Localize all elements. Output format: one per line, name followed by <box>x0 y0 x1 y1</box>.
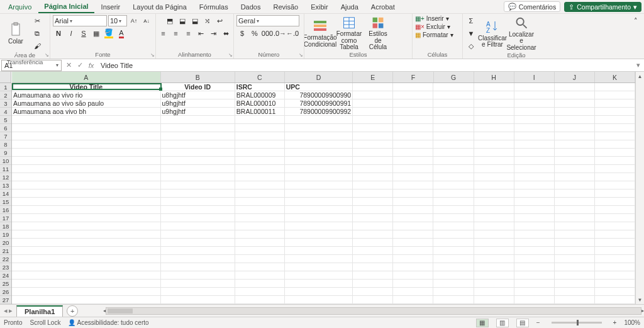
cell-E2[interactable] <box>353 91 393 99</box>
cell-G15[interactable] <box>433 198 474 206</box>
cell-H1[interactable] <box>474 83 514 91</box>
cell-K9[interactable] <box>595 149 635 157</box>
cell-D24[interactable] <box>285 271 353 280</box>
cell-K22[interactable] <box>595 255 635 263</box>
cell-F2[interactable] <box>393 91 433 99</box>
cell-J22[interactable] <box>555 255 595 263</box>
cell-J7[interactable] <box>555 132 595 140</box>
cell-G4[interactable] <box>433 108 474 116</box>
cell-I18[interactable] <box>514 222 555 230</box>
cell-A21[interactable] <box>12 247 161 255</box>
row-header-25[interactable]: 25 <box>0 280 11 288</box>
cell-I10[interactable] <box>514 157 555 165</box>
conditional-formatting-button[interactable]: Formatação Condicional <box>307 16 333 51</box>
decrease-decimal-button[interactable]: ←.0 <box>287 28 298 39</box>
cell-J10[interactable] <box>555 157 595 165</box>
zoom-slider[interactable] <box>552 322 602 324</box>
scroll-up-icon[interactable]: ▲ <box>638 72 643 81</box>
cell-I12[interactable] <box>514 173 555 181</box>
cell-C8[interactable] <box>235 140 285 149</box>
font-name-dropdown[interactable]: Arial▾ <box>53 15 107 26</box>
cells-area[interactable]: Video TitleVideo IDISRCUPCAumaumana ao v… <box>12 83 635 304</box>
cell-I23[interactable] <box>514 263 555 271</box>
cell-C11[interactable] <box>235 165 285 173</box>
cell-G13[interactable] <box>433 181 474 189</box>
cell-E8[interactable] <box>353 140 393 149</box>
cell-C9[interactable] <box>235 149 285 157</box>
cell-D19[interactable] <box>285 230 353 239</box>
cell-E6[interactable] <box>353 124 393 132</box>
cell-J6[interactable] <box>555 124 595 132</box>
cell-H25[interactable] <box>474 280 514 288</box>
cell-H10[interactable] <box>474 157 514 165</box>
cell-B14[interactable] <box>161 189 235 198</box>
row-header-6[interactable]: 6 <box>0 124 11 132</box>
tab-file[interactable]: Arquivo <box>3 1 37 13</box>
cell-D5[interactable] <box>285 116 353 124</box>
column-header-H[interactable]: H <box>474 72 514 82</box>
horizontal-scrollbar[interactable]: ◂ ▸ <box>103 307 644 315</box>
cell-A11[interactable] <box>12 165 161 173</box>
cell-K13[interactable] <box>595 181 635 189</box>
cell-B17[interactable] <box>161 214 235 222</box>
cell-C5[interactable] <box>235 116 285 124</box>
font-color-button[interactable]: A <box>116 28 127 39</box>
cell-B6[interactable] <box>161 124 235 132</box>
cell-D9[interactable] <box>285 149 353 157</box>
row-header-23[interactable]: 23 <box>0 263 11 271</box>
cell-D3[interactable]: 78900009900991 <box>285 99 353 108</box>
cell-J2[interactable] <box>555 91 595 99</box>
cell-A12[interactable] <box>12 173 161 181</box>
cell-K26[interactable] <box>595 288 635 296</box>
cell-B19[interactable] <box>161 230 235 239</box>
zoom-value[interactable]: 100% <box>624 319 640 326</box>
borders-button[interactable]: ▦ <box>91 28 102 39</box>
cell-E3[interactable] <box>353 99 393 108</box>
cell-I7[interactable] <box>514 132 555 140</box>
insert-function-button[interactable]: fx <box>86 60 97 71</box>
row-header-5[interactable]: 5 <box>0 116 11 124</box>
cell-F23[interactable] <box>393 263 433 271</box>
align-right-button[interactable]: ≡ <box>183 28 194 39</box>
cell-G9[interactable] <box>433 149 474 157</box>
cell-J24[interactable] <box>555 271 595 280</box>
format-painter-button[interactable]: 🖌 <box>31 40 43 52</box>
row-header-7[interactable]: 7 <box>0 132 11 140</box>
cell-C26[interactable] <box>235 288 285 296</box>
cell-J26[interactable] <box>555 288 595 296</box>
cell-D1[interactable]: UPC <box>285 83 353 91</box>
cell-G22[interactable] <box>433 255 474 263</box>
cell-E12[interactable] <box>353 173 393 181</box>
cell-G1[interactable] <box>433 83 474 91</box>
align-middle-button[interactable]: ⬓ <box>177 15 188 26</box>
cell-B22[interactable] <box>161 255 235 263</box>
page-layout-view-button[interactable]: ▥ <box>496 319 509 327</box>
cell-H16[interactable] <box>474 206 514 214</box>
row-header-9[interactable]: 9 <box>0 149 11 157</box>
cell-G19[interactable] <box>433 230 474 239</box>
cell-F20[interactable] <box>393 239 433 247</box>
cell-H18[interactable] <box>474 222 514 230</box>
cell-B8[interactable] <box>161 140 235 149</box>
cell-H9[interactable] <box>474 149 514 157</box>
cell-F24[interactable] <box>393 271 433 280</box>
cell-B3[interactable]: u9hgjhtf <box>161 99 235 108</box>
tab-formulas[interactable]: Fórmulas <box>194 1 234 13</box>
row-header-20[interactable]: 20 <box>0 239 11 247</box>
cell-H5[interactable] <box>474 116 514 124</box>
cell-C3[interactable]: BRAL000010 <box>235 99 285 108</box>
cell-C22[interactable] <box>235 255 285 263</box>
cell-J5[interactable] <box>555 116 595 124</box>
row-header-3[interactable]: 3 <box>0 99 11 108</box>
cell-G17[interactable] <box>433 214 474 222</box>
row-header-14[interactable]: 14 <box>0 189 11 198</box>
cell-H24[interactable] <box>474 271 514 280</box>
select-all-corner[interactable] <box>0 72 11 83</box>
cell-D26[interactable] <box>285 288 353 296</box>
cell-F5[interactable] <box>393 116 433 124</box>
cell-K25[interactable] <box>595 280 635 288</box>
cell-I6[interactable] <box>514 124 555 132</box>
cell-C14[interactable] <box>235 189 285 198</box>
cell-G2[interactable] <box>433 91 474 99</box>
cell-B4[interactable]: u9hgjhtf <box>161 108 235 116</box>
